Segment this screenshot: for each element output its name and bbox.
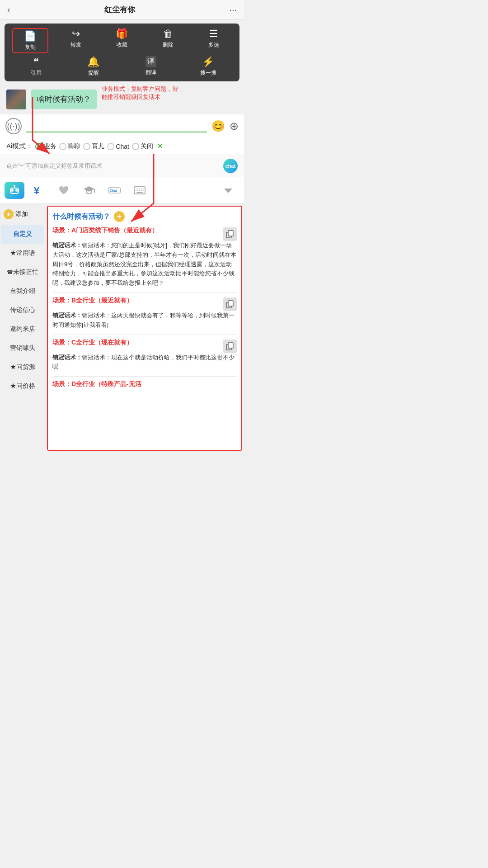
menu-search[interactable]: ⚡ 搜一搜 <box>190 56 226 77</box>
sidebar-common-label: ★常用语 <box>10 249 35 256</box>
svg-marker-22 <box>224 189 232 193</box>
svg-marker-6 <box>84 186 94 192</box>
scene-A: 场景：A门店类线下销售（最近就有） 销冠话术：销冠话术：您问的正是时候[呲牙]，… <box>52 226 237 288</box>
scene-C: 场景：C全行业（现在就有） 销冠话术：销冠话术：现在这个就是活动价哈，我们平时都… <box>52 339 237 372</box>
scene-A-header: 场景：A门店类线下销售（最近就有） <box>52 226 237 241</box>
toolbar-money[interactable]: ¥ <box>27 181 50 200</box>
right-panel: 什么时候有活动？ + 场景：A门店类线下销售（最近就有） 销冠话术：销冠话术：您… <box>47 206 242 451</box>
menu-collect-label: 收藏 <box>117 41 127 49</box>
sidebar-item-invite[interactable]: 邀约来店 <box>0 320 45 339</box>
delete-icon: 🗑 <box>163 28 173 40</box>
toolbar-heart[interactable] <box>52 181 75 200</box>
sidebar-custom-label: 自定义 <box>13 230 32 237</box>
sidebar-item-marketing[interactable]: 营销噱头 <box>0 339 45 358</box>
menu-search-label: 搜一搜 <box>200 69 216 77</box>
chat-bubble: 啥时候有活动？ <box>31 90 97 109</box>
emoji-button[interactable]: 😊 <box>211 120 225 132</box>
scene-A-copy-button[interactable] <box>223 227 237 241</box>
scene-D-title: 场景：D全行业（特殊产品-无活 <box>52 380 237 388</box>
svg-rect-28 <box>228 343 233 348</box>
toolbar-chat-label[interactable]: Chat <box>103 181 126 200</box>
toolbar-dropdown[interactable] <box>217 181 239 200</box>
menu-collect[interactable]: 🎁 收藏 <box>104 28 140 53</box>
radio-business <box>35 143 42 150</box>
toolbar-keyboard[interactable] <box>128 181 151 200</box>
mode-parenting[interactable]: 育儿 <box>83 142 104 151</box>
question-add-button[interactable]: + <box>114 211 125 222</box>
mode-parenting-label: 育儿 <box>92 142 104 151</box>
svg-point-0 <box>11 189 14 192</box>
mode-chat[interactable]: Chat <box>107 143 129 150</box>
scene-B-copy-button[interactable] <box>223 297 237 311</box>
scene-B-sales-text: 销冠话术：销冠话术：这两天很快就会有了，稍等等哈，到时候我第一时间通知你[让我看… <box>52 311 237 330</box>
menu-translate[interactable]: 译 翻译 <box>133 56 169 77</box>
sidebar-item-confidence[interactable]: 传递信心 <box>0 301 45 320</box>
sidebar-invite-label: 邀约来店 <box>10 325 35 332</box>
toolbar-chat-robot[interactable] <box>5 182 24 199</box>
sidebar-item-intro[interactable]: 自我介绍 <box>0 282 45 301</box>
avatar <box>6 90 26 109</box>
search-icon: ⚡ <box>202 56 214 68</box>
copy-menu-icon: 📄 <box>24 30 36 42</box>
scene-A-title: 场景：A门店类线下销售（最近就有） <box>52 226 221 235</box>
voice-icon: ((·)) <box>7 122 20 131</box>
sidebar-item-price[interactable]: ★问价格 <box>0 377 45 396</box>
mode-off-label: 关闭 <box>141 142 153 151</box>
mode-casual[interactable]: 嗨聊 <box>59 142 80 151</box>
sidebar-item-common[interactable]: ★常用语 <box>0 244 45 263</box>
sidebar-item-source[interactable]: ★问货源 <box>0 358 45 377</box>
mode-business[interactable]: 业务 <box>35 142 56 151</box>
chat-message-text: 啥时候有活动？ <box>37 95 91 104</box>
message-input[interactable] <box>26 120 207 132</box>
ai-mode-bar: Ai模式： 业务 嗨聊 育儿 Chat 关闭 × <box>0 138 244 155</box>
translate-icon: 译 <box>145 56 156 67</box>
toolbar-graduation[interactable] <box>78 181 100 200</box>
sidebar-add-button[interactable]: + 添加 <box>0 204 45 225</box>
chat-badge[interactable]: chat <box>223 159 238 173</box>
sidebar-item-custom[interactable]: 自定义 <box>1 225 44 244</box>
radio-parenting <box>83 143 90 150</box>
mode-casual-label: 嗨聊 <box>68 142 80 151</box>
context-menu: 📄 复制 ↪ 转发 🎁 收藏 🗑 删除 ☰ 多选 ❝ 引用 <box>5 24 239 81</box>
more-button[interactable]: ··· <box>229 5 237 15</box>
ai-close-button[interactable]: × <box>158 142 163 151</box>
sidebar-price-label: ★问价格 <box>10 382 35 389</box>
sidebar-confidence-label: 传递信心 <box>10 306 35 313</box>
scene-A-sales-text: 销冠话术：销冠话术：您问的正是时候[呲牙]，我们刚好最近要做一场大活动，这次活动… <box>52 241 237 288</box>
context-menu-row1: 📄 复制 ↪ 转发 🎁 收藏 🗑 删除 ☰ 多选 <box>7 28 237 53</box>
toolbar: ¥ Chat <box>0 177 244 204</box>
svg-rect-26 <box>228 301 233 306</box>
mode-business-label: 业务 <box>44 142 56 151</box>
voice-button[interactable]: ((·)) <box>5 118 22 134</box>
scene-D: 场景：D全行业（特殊产品-无活 <box>52 380 237 390</box>
menu-delete-label: 删除 <box>163 41 174 49</box>
menu-remind[interactable]: 🔔 提醒 <box>75 56 112 77</box>
mode-off[interactable]: 关闭 <box>132 142 153 151</box>
back-button[interactable]: ‹ <box>7 5 10 15</box>
plus-button[interactable]: ⊕ <box>230 120 239 132</box>
menu-remind-label: 提醒 <box>88 69 99 77</box>
sidebar: + 添加 自定义 ★常用语 ☎未接正忙 自我介绍 传递信心 邀约来店 营销噱 <box>0 204 45 453</box>
question-header: 什么时候有活动？ + <box>52 211 237 222</box>
badge-label: chat <box>225 163 236 169</box>
sidebar-missed-label: ☎未接正忙 <box>7 268 38 275</box>
scene-C-title: 场景：C全行业（现在就有） <box>52 339 221 347</box>
remind-icon: 🔔 <box>87 56 99 68</box>
menu-quote[interactable]: ❝ 引用 <box>18 56 54 77</box>
radio-chat <box>107 143 114 150</box>
context-menu-row2: ❝ 引用 🔔 提醒 译 翻译 ⚡ 搜一搜 <box>7 56 237 77</box>
sidebar-item-missed[interactable]: ☎未接正忙 <box>0 263 45 282</box>
quote-icon: ❝ <box>33 56 39 68</box>
scene-C-copy-button[interactable] <box>223 340 237 353</box>
chat-annotation: 业务模式：复制客户问题，智能推荐销冠级回复话术 <box>102 85 178 101</box>
page-title: 红尘有你 <box>104 5 135 15</box>
menu-forward[interactable]: ↪ 转发 <box>58 28 94 53</box>
menu-multiselect[interactable]: ☰ 多选 <box>196 28 232 53</box>
scene-D-header: 场景：D全行业（特殊产品-无活 <box>52 380 237 390</box>
menu-translate-label: 翻译 <box>145 69 156 76</box>
menu-copy[interactable]: 📄 复制 <box>12 28 48 53</box>
collect-icon: 🎁 <box>116 28 128 40</box>
menu-multiselect-label: 多选 <box>208 41 219 49</box>
menu-delete[interactable]: 🗑 删除 <box>150 28 186 53</box>
scene-B: 场景：B全行业（最近就有） 销冠话术：销冠话术：这两天很快就会有了，稍等等哈，到… <box>52 297 237 330</box>
